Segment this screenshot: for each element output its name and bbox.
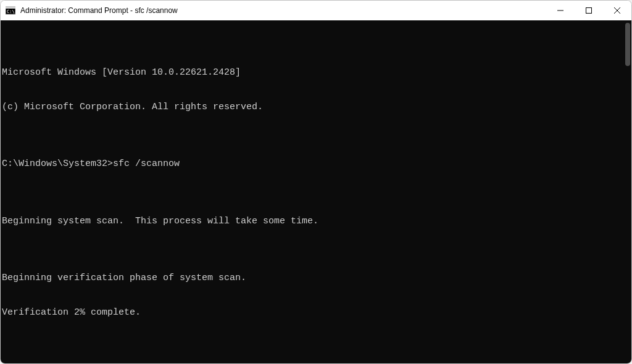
terminal-line: (c) Microsoft Corporation. All rights re… <box>2 102 631 114</box>
close-button[interactable] <box>603 1 631 20</box>
minimize-icon <box>557 7 563 14</box>
minimize-button[interactable] <box>546 1 575 20</box>
cmd-icon: C:\ <box>6 6 15 15</box>
scrollbar-track[interactable] <box>622 20 631 363</box>
terminal-line: Verification 2% complete. <box>2 307 631 319</box>
svg-rect-4 <box>586 8 592 14</box>
svg-rect-1 <box>6 7 15 9</box>
terminal-line: Beginning verification phase of system s… <box>2 273 631 284</box>
window-title: Administrator: Command Prompt - sfc /sca… <box>20 6 546 15</box>
command-prompt-window: C:\ Administrator: Command Prompt - sfc … <box>0 0 632 364</box>
maximize-button[interactable] <box>575 1 603 20</box>
terminal-output: Microsoft Windows [Version 10.0.22621.24… <box>1 43 631 341</box>
close-icon <box>614 7 620 14</box>
terminal-area[interactable]: Microsoft Windows [Version 10.0.22621.24… <box>1 20 631 363</box>
terminal-line: C:\Windows\System32>sfc /scannow <box>2 159 631 170</box>
svg-text:C:\: C:\ <box>7 9 15 14</box>
terminal-line: Beginning system scan. This process will… <box>2 216 631 228</box>
maximize-icon <box>586 7 592 14</box>
scrollbar-thumb[interactable] <box>625 23 630 66</box>
titlebar[interactable]: C:\ Administrator: Command Prompt - sfc … <box>1 1 631 20</box>
window-controls <box>546 1 631 20</box>
terminal-line: Microsoft Windows [Version 10.0.22621.24… <box>2 67 631 79</box>
